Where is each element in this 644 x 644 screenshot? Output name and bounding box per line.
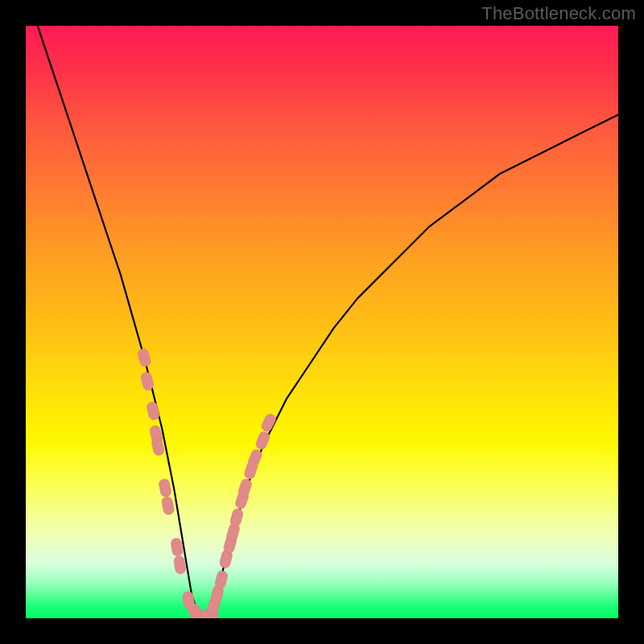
data-point-markers	[137, 348, 278, 618]
data-point-marker	[146, 401, 160, 420]
data-point-marker	[170, 538, 183, 557]
chart-overlay-svg	[26, 26, 618, 618]
data-point-marker	[214, 570, 229, 589]
chart-frame: TheBottleneck.com	[0, 0, 644, 644]
data-point-marker	[137, 348, 152, 368]
bottleneck-curve	[38, 26, 618, 618]
data-point-marker	[151, 436, 165, 456]
data-point-marker	[173, 555, 186, 575]
data-point-marker	[158, 478, 171, 497]
data-point-marker	[140, 371, 155, 390]
data-point-marker	[161, 496, 175, 515]
data-point-marker	[229, 508, 245, 528]
plot-area	[26, 26, 618, 618]
watermark-text: TheBottleneck.com	[481, 3, 636, 24]
data-point-marker	[260, 412, 277, 432]
